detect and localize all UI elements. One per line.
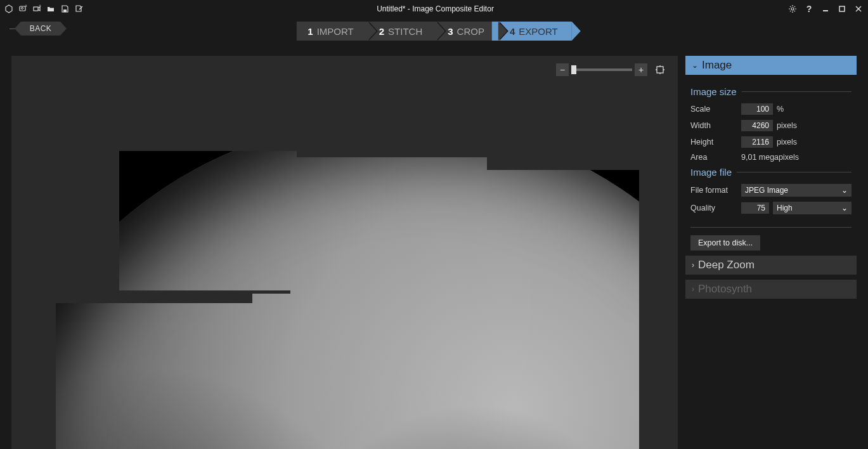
svg-rect-11 [657, 67, 663, 73]
file-format-label: File format [690, 186, 741, 195]
panel-header-image[interactable]: ⌄ Image [685, 56, 857, 75]
close-icon[interactable] [853, 3, 864, 15]
quality-label: Quality [690, 204, 741, 212]
panel-header-photosynth[interactable]: › Photosynth [685, 280, 857, 299]
svg-point-6 [791, 8, 794, 10]
width-unit: pixels [777, 121, 797, 130]
section-image-file: Image file [690, 167, 852, 178]
save-as-icon[interactable] [74, 4, 84, 14]
export-to-disk-button[interactable]: Export to disk... [690, 235, 760, 251]
maximize-icon[interactable] [836, 3, 848, 15]
height-input[interactable] [741, 136, 773, 148]
back-button[interactable]: BACK [21, 22, 60, 36]
chevron-right-icon: › [692, 261, 694, 270]
svg-rect-3 [34, 7, 38, 11]
preview-canvas[interactable]: − + [11, 56, 678, 449]
chevron-down-icon: ⌄ [841, 186, 848, 195]
quality-preset-select[interactable]: High⌄ [773, 202, 852, 214]
export-side-panel: ⌄ Image Image size Scale % Width pixels … [678, 44, 868, 449]
panorama-image [56, 151, 639, 449]
svg-text:+: + [39, 4, 41, 8]
height-label: Height [690, 138, 741, 146]
title-bar: + + Untitled* - Image Composite Editor ? [0, 0, 868, 18]
width-input[interactable] [741, 120, 773, 131]
window-title: Untitled* - Image Composite Editor [84, 4, 787, 13]
area-value: 9,01 megapixels [741, 153, 799, 162]
save-icon[interactable] [60, 4, 70, 14]
chevron-down-icon: ⌄ [841, 204, 848, 212]
fit-to-window-icon[interactable] [654, 63, 666, 76]
section-image-size: Image size [690, 86, 852, 97]
open-icon[interactable] [46, 4, 56, 14]
chevron-down-icon: ⌄ [692, 61, 698, 70]
width-label: Width [690, 121, 741, 130]
scale-label: Scale [690, 105, 741, 114]
zoom-slider[interactable] [571, 68, 632, 71]
minimize-icon[interactable] [820, 3, 831, 15]
svg-text:+: + [25, 4, 27, 8]
quality-input[interactable] [741, 202, 769, 214]
svg-point-1 [22, 8, 23, 10]
height-unit: pixels [777, 138, 797, 146]
new-panorama-video-icon[interactable]: + [32, 4, 42, 14]
chevron-right-icon: › [692, 285, 694, 294]
panel-header-deepzoom[interactable]: › Deep Zoom [685, 256, 857, 275]
new-panorama-images-icon[interactable]: + [18, 4, 28, 14]
scale-input[interactable] [741, 103, 773, 115]
zoom-out-button[interactable]: − [556, 63, 569, 76]
scale-unit: % [777, 105, 784, 114]
settings-icon[interactable] [787, 3, 798, 15]
help-icon[interactable]: ? [803, 3, 815, 15]
step-import[interactable]: 1IMPORT [296, 22, 367, 41]
zoom-in-button[interactable]: + [635, 63, 647, 76]
file-format-select[interactable]: JPEG Image⌄ [741, 184, 852, 197]
svg-rect-8 [839, 6, 845, 11]
svg-rect-5 [63, 10, 67, 12]
area-label: Area [690, 153, 741, 162]
workflow-step-bar: BACK 1IMPORT 2STITCH 3CROP 4EXPORT [0, 18, 868, 44]
app-icon[interactable] [4, 4, 14, 14]
